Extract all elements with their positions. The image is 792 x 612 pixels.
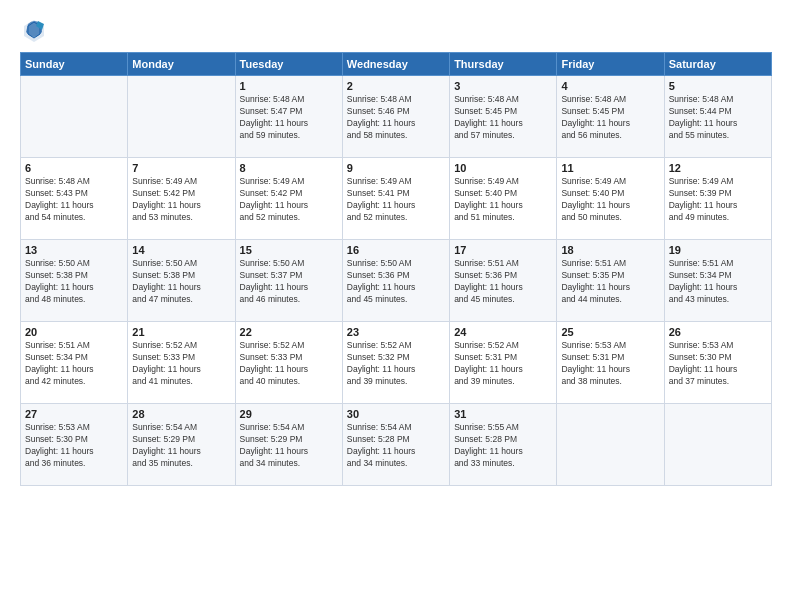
day-number: 25 [561,326,659,338]
calendar-cell: 8Sunrise: 5:49 AM Sunset: 5:42 PM Daylig… [235,158,342,240]
day-number: 28 [132,408,230,420]
day-detail: Sunrise: 5:51 AM Sunset: 5:34 PM Dayligh… [25,340,123,388]
day-number: 27 [25,408,123,420]
day-detail: Sunrise: 5:51 AM Sunset: 5:35 PM Dayligh… [561,258,659,306]
header-cell-tuesday: Tuesday [235,53,342,76]
calendar-table: SundayMondayTuesdayWednesdayThursdayFrid… [20,52,772,486]
day-number: 10 [454,162,552,174]
header-cell-wednesday: Wednesday [342,53,449,76]
calendar-cell: 15Sunrise: 5:50 AM Sunset: 5:37 PM Dayli… [235,240,342,322]
day-number: 11 [561,162,659,174]
day-detail: Sunrise: 5:52 AM Sunset: 5:31 PM Dayligh… [454,340,552,388]
day-number: 30 [347,408,445,420]
calendar-cell: 6Sunrise: 5:48 AM Sunset: 5:43 PM Daylig… [21,158,128,240]
calendar-cell [21,76,128,158]
day-detail: Sunrise: 5:52 AM Sunset: 5:32 PM Dayligh… [347,340,445,388]
day-number: 19 [669,244,767,256]
day-detail: Sunrise: 5:49 AM Sunset: 5:41 PM Dayligh… [347,176,445,224]
calendar-cell: 4Sunrise: 5:48 AM Sunset: 5:45 PM Daylig… [557,76,664,158]
day-number: 3 [454,80,552,92]
calendar-cell: 3Sunrise: 5:48 AM Sunset: 5:45 PM Daylig… [450,76,557,158]
calendar-cell: 29Sunrise: 5:54 AM Sunset: 5:29 PM Dayli… [235,404,342,486]
day-detail: Sunrise: 5:52 AM Sunset: 5:33 PM Dayligh… [132,340,230,388]
day-number: 24 [454,326,552,338]
header-cell-thursday: Thursday [450,53,557,76]
day-detail: Sunrise: 5:49 AM Sunset: 5:40 PM Dayligh… [561,176,659,224]
day-detail: Sunrise: 5:50 AM Sunset: 5:36 PM Dayligh… [347,258,445,306]
day-number: 15 [240,244,338,256]
day-number: 1 [240,80,338,92]
calendar-cell: 19Sunrise: 5:51 AM Sunset: 5:34 PM Dayli… [664,240,771,322]
calendar-cell: 14Sunrise: 5:50 AM Sunset: 5:38 PM Dayli… [128,240,235,322]
header [20,16,772,44]
calendar-cell: 2Sunrise: 5:48 AM Sunset: 5:46 PM Daylig… [342,76,449,158]
calendar-row-3: 20Sunrise: 5:51 AM Sunset: 5:34 PM Dayli… [21,322,772,404]
calendar-cell: 10Sunrise: 5:49 AM Sunset: 5:40 PM Dayli… [450,158,557,240]
calendar-cell: 5Sunrise: 5:48 AM Sunset: 5:44 PM Daylig… [664,76,771,158]
calendar-cell: 12Sunrise: 5:49 AM Sunset: 5:39 PM Dayli… [664,158,771,240]
day-number: 31 [454,408,552,420]
calendar-cell: 1Sunrise: 5:48 AM Sunset: 5:47 PM Daylig… [235,76,342,158]
calendar-cell: 11Sunrise: 5:49 AM Sunset: 5:40 PM Dayli… [557,158,664,240]
day-detail: Sunrise: 5:53 AM Sunset: 5:30 PM Dayligh… [669,340,767,388]
day-detail: Sunrise: 5:48 AM Sunset: 5:44 PM Dayligh… [669,94,767,142]
day-detail: Sunrise: 5:48 AM Sunset: 5:45 PM Dayligh… [454,94,552,142]
calendar-cell [557,404,664,486]
day-detail: Sunrise: 5:49 AM Sunset: 5:40 PM Dayligh… [454,176,552,224]
calendar-cell [128,76,235,158]
day-detail: Sunrise: 5:50 AM Sunset: 5:38 PM Dayligh… [132,258,230,306]
day-number: 12 [669,162,767,174]
day-number: 18 [561,244,659,256]
calendar-row-4: 27Sunrise: 5:53 AM Sunset: 5:30 PM Dayli… [21,404,772,486]
day-number: 8 [240,162,338,174]
day-detail: Sunrise: 5:49 AM Sunset: 5:42 PM Dayligh… [240,176,338,224]
day-number: 13 [25,244,123,256]
day-number: 4 [561,80,659,92]
header-row: SundayMondayTuesdayWednesdayThursdayFrid… [21,53,772,76]
day-detail: Sunrise: 5:50 AM Sunset: 5:37 PM Dayligh… [240,258,338,306]
day-number: 17 [454,244,552,256]
day-number: 6 [25,162,123,174]
calendar-cell: 16Sunrise: 5:50 AM Sunset: 5:36 PM Dayli… [342,240,449,322]
day-detail: Sunrise: 5:54 AM Sunset: 5:28 PM Dayligh… [347,422,445,470]
day-detail: Sunrise: 5:48 AM Sunset: 5:43 PM Dayligh… [25,176,123,224]
day-number: 21 [132,326,230,338]
day-number: 9 [347,162,445,174]
calendar-cell: 7Sunrise: 5:49 AM Sunset: 5:42 PM Daylig… [128,158,235,240]
day-detail: Sunrise: 5:48 AM Sunset: 5:47 PM Dayligh… [240,94,338,142]
calendar-cell: 25Sunrise: 5:53 AM Sunset: 5:31 PM Dayli… [557,322,664,404]
day-detail: Sunrise: 5:53 AM Sunset: 5:30 PM Dayligh… [25,422,123,470]
day-detail: Sunrise: 5:54 AM Sunset: 5:29 PM Dayligh… [132,422,230,470]
calendar-header: SundayMondayTuesdayWednesdayThursdayFrid… [21,53,772,76]
day-number: 7 [132,162,230,174]
header-cell-saturday: Saturday [664,53,771,76]
day-detail: Sunrise: 5:51 AM Sunset: 5:34 PM Dayligh… [669,258,767,306]
day-number: 20 [25,326,123,338]
day-number: 2 [347,80,445,92]
header-cell-friday: Friday [557,53,664,76]
calendar-cell: 21Sunrise: 5:52 AM Sunset: 5:33 PM Dayli… [128,322,235,404]
calendar-body: 1Sunrise: 5:48 AM Sunset: 5:47 PM Daylig… [21,76,772,486]
logo [20,16,52,44]
calendar-cell: 22Sunrise: 5:52 AM Sunset: 5:33 PM Dayli… [235,322,342,404]
logo-icon [20,16,48,44]
day-number: 22 [240,326,338,338]
calendar-row-0: 1Sunrise: 5:48 AM Sunset: 5:47 PM Daylig… [21,76,772,158]
day-detail: Sunrise: 5:52 AM Sunset: 5:33 PM Dayligh… [240,340,338,388]
day-detail: Sunrise: 5:49 AM Sunset: 5:39 PM Dayligh… [669,176,767,224]
day-number: 26 [669,326,767,338]
day-number: 29 [240,408,338,420]
calendar-cell: 31Sunrise: 5:55 AM Sunset: 5:28 PM Dayli… [450,404,557,486]
calendar-cell: 24Sunrise: 5:52 AM Sunset: 5:31 PM Dayli… [450,322,557,404]
day-detail: Sunrise: 5:51 AM Sunset: 5:36 PM Dayligh… [454,258,552,306]
page: SundayMondayTuesdayWednesdayThursdayFrid… [0,0,792,612]
calendar-cell: 13Sunrise: 5:50 AM Sunset: 5:38 PM Dayli… [21,240,128,322]
calendar-cell: 28Sunrise: 5:54 AM Sunset: 5:29 PM Dayli… [128,404,235,486]
calendar-cell [664,404,771,486]
day-detail: Sunrise: 5:55 AM Sunset: 5:28 PM Dayligh… [454,422,552,470]
day-number: 23 [347,326,445,338]
calendar-cell: 26Sunrise: 5:53 AM Sunset: 5:30 PM Dayli… [664,322,771,404]
day-detail: Sunrise: 5:53 AM Sunset: 5:31 PM Dayligh… [561,340,659,388]
calendar-cell: 23Sunrise: 5:52 AM Sunset: 5:32 PM Dayli… [342,322,449,404]
calendar-row-2: 13Sunrise: 5:50 AM Sunset: 5:38 PM Dayli… [21,240,772,322]
